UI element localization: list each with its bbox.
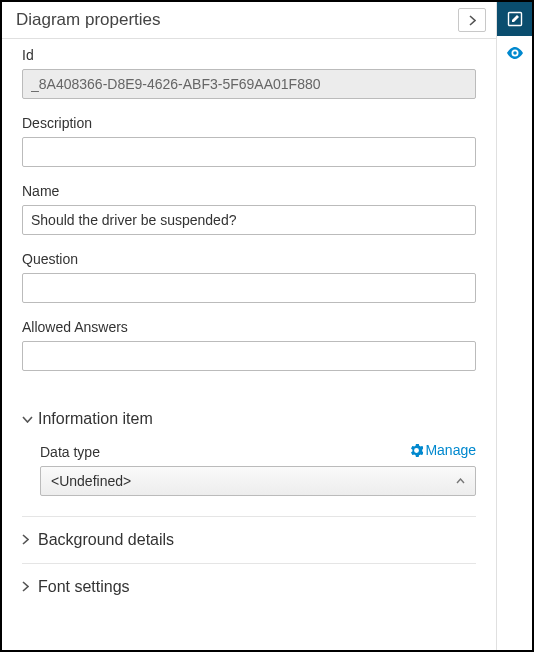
chevron-right-icon: [469, 15, 476, 26]
chevron-down-icon: [22, 416, 38, 423]
question-field: Question: [22, 251, 476, 303]
panel-header: Diagram properties: [2, 2, 496, 39]
data-type-label: Data type: [40, 444, 100, 460]
manage-data-types-link[interactable]: Manage: [410, 442, 476, 458]
svg-point-1: [513, 51, 517, 55]
gear-icon: [410, 444, 423, 457]
panel-title: Diagram properties: [16, 10, 161, 30]
panel-content: Id Description Name Question Allowed Ans…: [2, 39, 496, 650]
allowed-answers-field: Allowed Answers: [22, 319, 476, 371]
name-field: Name: [22, 183, 476, 235]
collapse-panel-button[interactable]: [458, 8, 486, 32]
name-input[interactable]: [22, 205, 476, 235]
chevron-right-icon: [22, 534, 38, 545]
section-title-background-details: Background details: [38, 531, 174, 549]
right-sidebar: [496, 2, 532, 650]
section-title-font-settings: Font settings: [38, 578, 130, 596]
id-label: Id: [22, 47, 476, 63]
description-label: Description: [22, 115, 476, 131]
section-background-details: Background details: [22, 516, 476, 563]
data-type-select[interactable]: <Undefined>: [40, 466, 476, 496]
manage-label: Manage: [425, 442, 476, 458]
chevron-up-icon: [456, 478, 465, 484]
description-field: Description: [22, 115, 476, 167]
section-font-settings: Font settings: [22, 563, 476, 610]
tab-properties[interactable]: [497, 2, 533, 36]
section-header-information-item[interactable]: Information item: [22, 396, 476, 442]
properties-panel: Diagram properties Id Description Name Q…: [2, 2, 496, 650]
section-body-information-item: Data type Manage <Undefined>: [22, 442, 476, 516]
section-information-item: Information item Data type Manage <Undef…: [22, 395, 476, 516]
section-title-information-item: Information item: [38, 410, 153, 428]
question-label: Question: [22, 251, 476, 267]
data-type-value: <Undefined>: [51, 473, 131, 489]
chevron-right-icon: [22, 581, 38, 592]
question-input[interactable]: [22, 273, 476, 303]
allowed-answers-input[interactable]: [22, 341, 476, 371]
id-field: Id: [22, 47, 476, 99]
id-input: [22, 69, 476, 99]
eye-icon: [506, 47, 524, 59]
allowed-answers-label: Allowed Answers: [22, 319, 476, 335]
tab-preview[interactable]: [497, 36, 533, 70]
description-input[interactable]: [22, 137, 476, 167]
edit-icon: [507, 11, 523, 27]
name-label: Name: [22, 183, 476, 199]
section-header-background-details[interactable]: Background details: [22, 517, 476, 563]
section-header-font-settings[interactable]: Font settings: [22, 564, 476, 610]
